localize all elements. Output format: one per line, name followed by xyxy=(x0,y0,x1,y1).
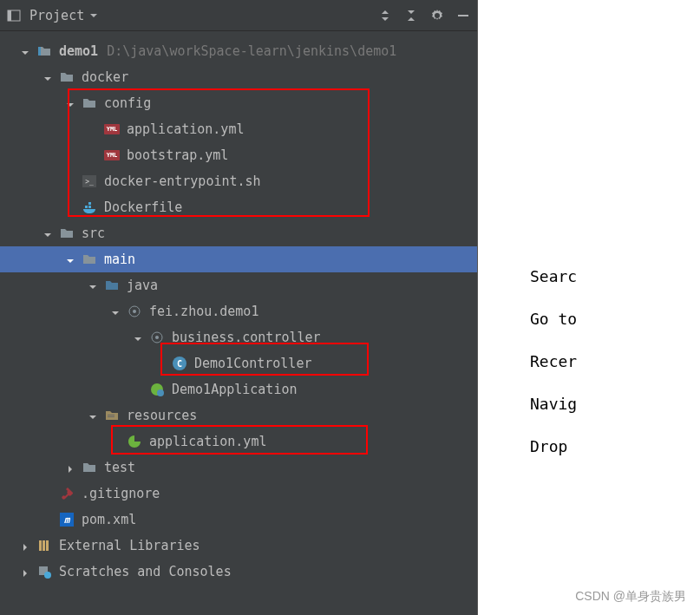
gear-icon[interactable] xyxy=(430,9,444,23)
chevron-down-icon[interactable] xyxy=(111,305,123,317)
tree-item-src[interactable]: src xyxy=(0,220,477,246)
minimize-icon[interactable] xyxy=(456,9,470,23)
chevron-down-icon[interactable] xyxy=(43,227,56,239)
tree-item-file[interactable]: application.yml xyxy=(0,429,477,455)
project-tree[interactable]: demo1 D:\java\workSpace-learn\jenkins\de… xyxy=(0,31,477,615)
spring-boot-icon xyxy=(149,382,165,397)
expand-all-icon[interactable] xyxy=(378,9,392,23)
toolbar-right xyxy=(378,9,470,23)
folder-icon xyxy=(82,460,97,475)
svg-point-10 xyxy=(155,336,159,339)
toolbar-left: Project xyxy=(7,8,98,23)
hint-drop: Drop xyxy=(530,437,700,455)
chevron-down-icon[interactable] xyxy=(66,97,78,109)
scratch-icon xyxy=(36,564,52,579)
tree-item-java[interactable]: java xyxy=(0,272,477,298)
chevron-right-icon[interactable] xyxy=(21,540,33,552)
node-label: .gitignore xyxy=(82,486,160,501)
hint-navigate: Navig xyxy=(530,395,700,413)
dropdown-arrow-icon[interactable] xyxy=(89,8,98,23)
tree-item-resources[interactable]: resources xyxy=(0,402,477,429)
tree-item-test[interactable]: test xyxy=(0,455,477,481)
folder-icon xyxy=(82,95,97,111)
node-label: docker-entrypoint.sh xyxy=(104,173,261,189)
folder-icon xyxy=(82,252,97,267)
node-label: resources xyxy=(127,408,197,423)
chevron-down-icon[interactable] xyxy=(134,331,146,343)
tree-item-external-libs[interactable]: External Libraries xyxy=(0,533,477,559)
node-label: bootstrap.yml xyxy=(127,147,228,163)
docker-icon xyxy=(82,200,97,215)
node-path: D:\java\workSpace-learn\jenkins\demo1 xyxy=(107,43,396,59)
hint-recent: Recer xyxy=(530,352,700,370)
svg-rect-15 xyxy=(39,540,42,551)
svg-point-12 xyxy=(157,389,164,396)
node-label: application.yml xyxy=(127,121,244,137)
project-title[interactable]: Project xyxy=(29,8,84,23)
tree-item-main[interactable]: main xyxy=(0,246,477,272)
node-label: test xyxy=(104,460,135,475)
package-icon xyxy=(127,304,142,319)
tree-item-package[interactable]: fei.zhou.demo1 xyxy=(0,298,477,324)
node-label: Dockerfile xyxy=(104,200,182,215)
tree-item-file[interactable]: >_ docker-entrypoint.sh xyxy=(0,168,477,194)
tree-item-file[interactable]: YML application.yml xyxy=(0,116,477,142)
tree-item-scratches[interactable]: Scratches and Consoles xyxy=(0,559,477,585)
tree-item-file[interactable]: YML bootstrap.yml xyxy=(0,142,477,168)
chevron-down-icon[interactable] xyxy=(43,71,56,83)
svg-rect-4 xyxy=(85,206,88,208)
chevron-right-icon[interactable] xyxy=(66,461,78,474)
maven-icon: m xyxy=(59,512,75,527)
folder-icon xyxy=(59,69,75,85)
node-label: application.yml xyxy=(149,434,266,449)
folder-icon xyxy=(59,226,75,241)
svg-point-8 xyxy=(133,310,136,313)
tree-item-file[interactable]: Dockerfile xyxy=(0,194,477,220)
hint-search: Searc xyxy=(530,267,700,285)
collapse-all-icon[interactable] xyxy=(404,9,418,23)
tree-item-docker[interactable]: docker xyxy=(0,64,477,90)
chevron-down-icon[interactable] xyxy=(88,279,101,291)
node-label: Demo1Application xyxy=(172,382,298,397)
svg-rect-14 xyxy=(108,416,114,417)
chevron-right-icon[interactable] xyxy=(21,566,33,578)
chevron-down-icon[interactable] xyxy=(21,45,33,57)
node-label: java xyxy=(127,278,158,293)
svg-rect-3 xyxy=(38,47,41,56)
tree-item-package[interactable]: business.controller xyxy=(0,324,477,350)
tree-item-file[interactable]: m pom.xml xyxy=(0,507,477,533)
project-toolbar: Project xyxy=(0,0,477,31)
node-label: main xyxy=(104,252,135,267)
node-label: src xyxy=(82,226,105,241)
tree-item-file[interactable]: .gitignore xyxy=(0,481,477,507)
svg-rect-17 xyxy=(46,540,49,551)
node-label: fei.zhou.demo1 xyxy=(149,304,258,319)
spring-config-icon xyxy=(127,434,142,449)
node-label: Demo1Controller xyxy=(194,356,311,371)
tree-item-root[interactable]: demo1 D:\java\workSpace-learn\jenkins\de… xyxy=(0,38,477,64)
tree-item-class[interactable]: Demo1Application xyxy=(0,376,477,402)
svg-rect-1 xyxy=(8,10,11,21)
tree-item-config[interactable]: config xyxy=(0,90,477,116)
svg-point-19 xyxy=(44,572,51,579)
node-label: pom.xml xyxy=(82,512,136,527)
svg-rect-5 xyxy=(88,206,91,208)
hint-goto: Go to xyxy=(530,310,700,328)
chevron-down-icon[interactable] xyxy=(66,253,78,265)
java-class-icon: C xyxy=(172,356,187,371)
yml-icon: YML xyxy=(104,147,120,163)
module-icon xyxy=(36,43,52,59)
svg-rect-6 xyxy=(88,202,91,205)
project-view-icon[interactable] xyxy=(7,9,21,23)
node-label: demo1 xyxy=(59,43,98,59)
tree-item-class[interactable]: C Demo1Controller xyxy=(0,350,477,376)
node-label: config xyxy=(104,95,151,111)
sh-icon: >_ xyxy=(82,173,97,189)
watermark: CSDN @单身贵族男 xyxy=(575,589,686,605)
chevron-down-icon[interactable] xyxy=(88,409,101,422)
git-icon xyxy=(59,486,75,501)
project-panel: Project demo1 D:\java\workSpace-learn\je… xyxy=(0,0,478,615)
svg-rect-2 xyxy=(458,15,468,16)
yml-icon: YML xyxy=(104,121,120,137)
source-folder-icon xyxy=(104,278,120,293)
